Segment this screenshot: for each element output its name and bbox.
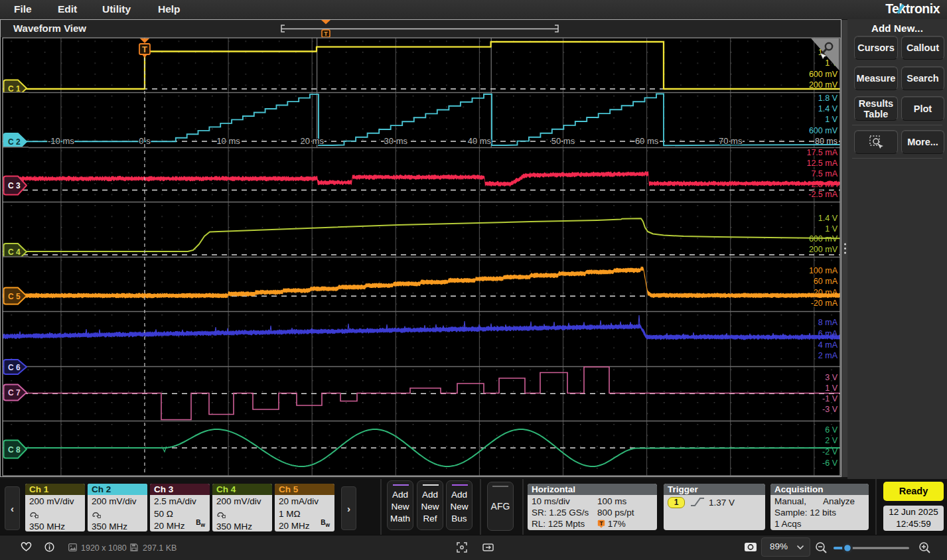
svg-text:100 mA: 100 mA	[809, 266, 838, 275]
svg-text:C 4: C 4	[8, 247, 21, 257]
svg-text:-10 ms: -10 ms	[48, 136, 74, 146]
svg-text:30 ms: 30 ms	[384, 136, 408, 146]
svg-text:40 ms: 40 ms	[468, 136, 492, 146]
svg-text:0 s: 0 s	[139, 136, 151, 146]
svg-text:-1 V: -1 V	[822, 394, 838, 403]
svg-text:C 5: C 5	[8, 292, 21, 301]
svg-text:T: T	[324, 31, 328, 37]
svg-text:10 ms: 10 ms	[216, 136, 240, 146]
svg-text:8 mA: 8 mA	[818, 318, 838, 327]
svg-text:600 mV: 600 mV	[809, 126, 838, 135]
svg-text:1.8 V: 1.8 V	[818, 94, 838, 103]
svg-text:C 7: C 7	[8, 388, 21, 397]
svg-text:C 8: C 8	[8, 445, 21, 455]
svg-text:-20 mA: -20 mA	[811, 299, 838, 308]
svg-text:70 ms: 70 ms	[719, 136, 743, 146]
svg-text:T: T	[142, 44, 147, 54]
svg-text:T: T	[599, 520, 603, 527]
svg-text:12.5 mA: 12.5 mA	[806, 159, 838, 168]
svg-text:C 6: C 6	[8, 363, 21, 372]
svg-text:C 3: C 3	[8, 181, 21, 190]
svg-text:-6 V: -6 V	[822, 458, 838, 468]
svg-text:3 V: 3 V	[825, 373, 838, 382]
svg-text:4 mA: 4 mA	[818, 340, 838, 350]
svg-text:1 V: 1 V	[825, 224, 838, 234]
svg-text:C 2: C 2	[8, 137, 21, 147]
svg-text:-2 V: -2 V	[822, 447, 838, 456]
svg-text:1.4 V: 1.4 V	[818, 214, 838, 223]
svg-text:1 V: 1 V	[825, 115, 838, 124]
svg-text:C 1: C 1	[8, 84, 21, 94]
svg-text:2 V: 2 V	[825, 436, 838, 445]
svg-text:7.5 mA: 7.5 mA	[811, 169, 838, 178]
svg-text:-3 V: -3 V	[822, 405, 838, 414]
svg-text:6 V: 6 V	[825, 425, 838, 435]
svg-text:60 ms: 60 ms	[635, 136, 659, 146]
svg-text:200 mV: 200 mV	[809, 245, 838, 254]
svg-text:-2.5 mA: -2.5 mA	[808, 190, 838, 199]
svg-text:17.5 mA: 17.5 mA	[806, 148, 838, 157]
svg-text:50 ms: 50 ms	[551, 136, 575, 146]
svg-text:2 mA: 2 mA	[818, 351, 838, 360]
svg-text:60 mA: 60 mA	[814, 277, 838, 286]
svg-text:1 V: 1 V	[825, 384, 838, 393]
svg-text:20 ms: 20 ms	[300, 136, 324, 146]
svg-text:1.4 V: 1.4 V	[818, 104, 838, 113]
svg-text:600 mV: 600 mV	[809, 70, 838, 79]
